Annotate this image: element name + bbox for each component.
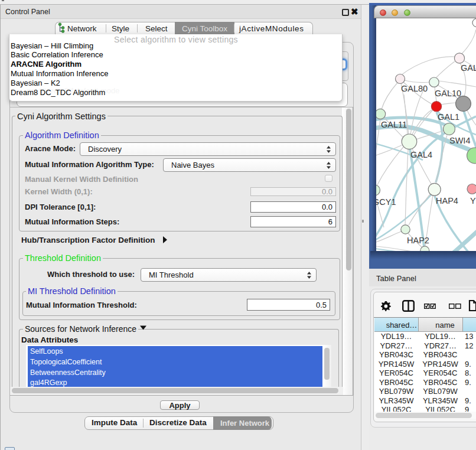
- svg-text:GAL11: GAL11: [381, 120, 407, 129]
- svg-text:GAL10: GAL10: [435, 89, 461, 98]
- svg-text:GAL4: GAL4: [410, 150, 432, 159]
- svg-text:Y: Y: [470, 196, 476, 206]
- svg-text:HAP2: HAP2: [407, 236, 429, 245]
- svg-text:SWI4: SWI4: [449, 136, 470, 145]
- svg-text:HAP4: HAP4: [436, 196, 458, 206]
- svg-text:GAL80: GAL80: [401, 84, 428, 93]
- svg-text:GCY1: GCY1: [376, 197, 396, 207]
- svg-text:GAL7: GAL7: [461, 63, 476, 73]
- svg-text:GAL1: GAL1: [438, 112, 459, 122]
